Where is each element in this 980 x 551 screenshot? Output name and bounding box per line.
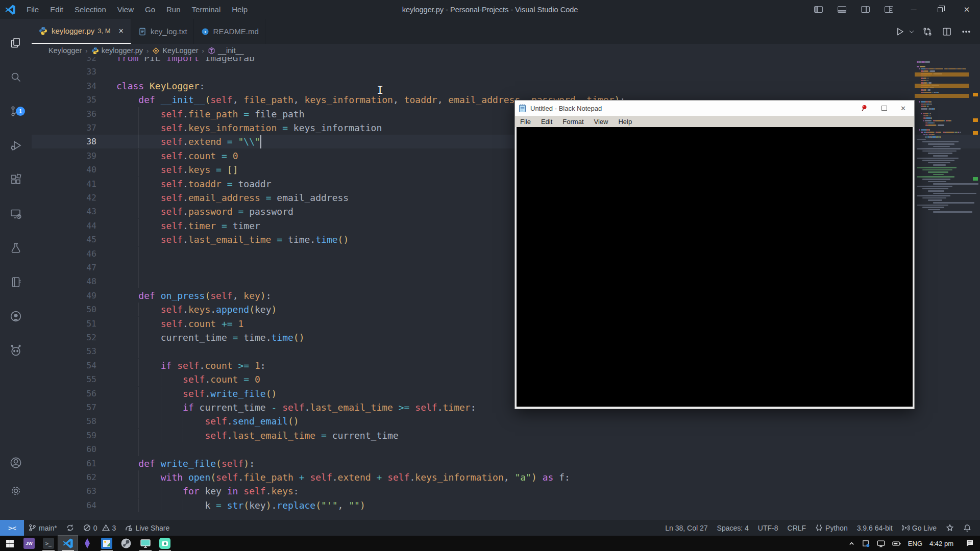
line-number[interactable]: 60 (32, 442, 96, 456)
testing-icon[interactable] (0, 235, 32, 261)
line-number[interactable]: 33 (32, 65, 96, 79)
menu-terminal[interactable]: Terminal (186, 0, 227, 19)
sync-item[interactable] (62, 520, 79, 536)
menu-help[interactable]: Help (226, 0, 253, 19)
line-number[interactable]: 63 (32, 484, 96, 498)
extensions-icon[interactable] (0, 167, 32, 192)
line-number[interactable]: 34 (32, 79, 96, 93)
tab-key-log-txt[interactable]: key_log.txt (131, 19, 194, 44)
code-line-33[interactable]: 33 (32, 65, 980, 79)
line-number[interactable]: 37 (32, 121, 96, 135)
split-editor-icon[interactable] (938, 23, 955, 40)
menu-edit[interactable]: Edit (44, 0, 69, 19)
feedback-item[interactable] (941, 520, 959, 536)
remote-indicator[interactable]: >< (0, 520, 24, 536)
minimize-button[interactable]: ─ (900, 0, 927, 19)
tab-close-icon[interactable]: × (118, 27, 125, 36)
breadcrumb-folder[interactable]: Keylogger (48, 46, 82, 55)
python-interpreter-item[interactable]: 3.9.6 64-bit (852, 520, 897, 536)
notepad-maximize-button[interactable] (881, 106, 887, 111)
notepad-title-bar[interactable]: Untitled - Black Notepad ✕ (515, 101, 914, 116)
code-line-61[interactable]: 61 def write_file(self): (32, 457, 980, 470)
taskbar-app-steam-icon[interactable] (116, 536, 136, 551)
more-actions-icon[interactable] (958, 23, 975, 40)
tab-keylogger-py[interactable]: keylogger.py 3, M × (32, 19, 131, 44)
menu-run[interactable]: Run (161, 0, 186, 19)
notepad-menu-format[interactable]: Format (562, 118, 583, 126)
taskbar-app-jw-icon[interactable]: JW (19, 536, 39, 551)
github-icon[interactable] (0, 304, 32, 329)
line-number[interactable]: 48 (32, 274, 96, 288)
tray-clock[interactable]: 4:42 pm (929, 540, 953, 547)
taskbar-app-gem-icon[interactable] (78, 536, 97, 551)
line-number[interactable]: 35 (32, 93, 96, 107)
minimap[interactable] (915, 61, 972, 230)
line-number[interactable]: 53 (32, 344, 96, 358)
code-line-60[interactable]: 60 (32, 442, 980, 456)
line-number[interactable]: 50 (32, 303, 96, 316)
eol-item[interactable]: CRLF (783, 520, 811, 536)
notepad-menu-view[interactable]: View (594, 118, 608, 126)
accounts-icon[interactable] (0, 450, 32, 475)
tray-window-update-icon[interactable] (862, 540, 870, 547)
line-number[interactable]: 62 (32, 470, 96, 484)
overview-ruler[interactable] (972, 57, 979, 520)
line-number[interactable]: 40 (32, 163, 96, 177)
explorer-icon[interactable] (0, 30, 32, 56)
line-number[interactable]: 47 (32, 261, 96, 274)
close-button[interactable]: ✕ (953, 0, 980, 19)
line-number[interactable]: 39 (32, 149, 96, 163)
notepad-menu-file[interactable]: File (520, 118, 531, 126)
cursor-position-item[interactable]: Ln 38, Col 27 (660, 520, 712, 536)
robot-icon[interactable] (0, 338, 32, 363)
code-line-59[interactable]: 59 self.last_email_time = current_time (32, 429, 980, 442)
taskbar-app-terminal-icon[interactable]: >_ (39, 536, 58, 551)
remote-explorer-icon[interactable] (0, 201, 32, 227)
problems-item[interactable]: 0 3 (79, 520, 121, 536)
run-dropdown-chevron-icon[interactable] (906, 23, 917, 40)
line-number[interactable]: 64 (32, 498, 96, 512)
taskbar-app-monitor-icon[interactable] (136, 536, 155, 551)
breadcrumb-file[interactable]: keylogger.py (91, 46, 143, 55)
line-number[interactable]: 43 (32, 205, 96, 218)
black-notepad-window[interactable]: Untitled - Black Notepad ✕ File Edit For… (514, 100, 915, 409)
menu-go[interactable]: Go (139, 0, 161, 19)
tray-battery-icon[interactable] (892, 540, 901, 547)
pin-icon[interactable] (860, 104, 868, 112)
line-number[interactable]: 54 (32, 359, 96, 372)
menu-file[interactable]: File (21, 0, 44, 19)
search-icon[interactable] (0, 64, 32, 90)
line-number[interactable]: 55 (32, 372, 96, 386)
breadcrumb-class[interactable]: KeyLogger (152, 46, 198, 55)
line-number[interactable]: 59 (32, 429, 96, 442)
indentation-item[interactable]: Spaces: 4 (713, 520, 753, 536)
line-number[interactable]: 41 (32, 177, 96, 191)
code-line-63[interactable]: 63 for key in self.keys: (32, 484, 980, 498)
line-number[interactable]: 56 (32, 387, 96, 400)
docs-journal-icon[interactable] (0, 269, 32, 295)
notepad-menu-help[interactable]: Help (618, 118, 632, 126)
language-mode-item[interactable]: Python (811, 520, 852, 536)
line-number[interactable]: 46 (32, 247, 96, 261)
code-line-34[interactable]: 34class KeyLogger: (32, 79, 980, 93)
notifications-item[interactable] (959, 520, 976, 536)
restore-button[interactable] (927, 0, 953, 19)
line-number[interactable]: 32 (32, 57, 96, 65)
taskbar-app-camera-icon[interactable] (155, 536, 175, 551)
line-number[interactable]: 38 (32, 135, 96, 148)
tray-chevron-up-icon[interactable] (848, 540, 855, 547)
encoding-item[interactable]: UTF-8 (753, 520, 783, 536)
line-number[interactable]: 42 (32, 191, 96, 205)
settings-gear-icon[interactable] (0, 478, 32, 504)
action-center-icon[interactable] (966, 539, 974, 547)
tab-readme-md[interactable]: README.md (194, 19, 265, 44)
live-share-item[interactable]: Live Share (120, 520, 174, 536)
line-number[interactable]: 49 (32, 289, 96, 303)
breadcrumb-method[interactable]: __init__ (208, 46, 244, 55)
line-number[interactable]: 36 (32, 107, 96, 121)
code-line-64[interactable]: 64 k = str(key).replace("'", "") (32, 498, 980, 512)
line-number[interactable]: 61 (32, 457, 96, 470)
menu-view[interactable]: View (112, 0, 139, 19)
line-number[interactable]: 44 (32, 219, 96, 233)
run-python-file-icon[interactable] (891, 23, 909, 40)
